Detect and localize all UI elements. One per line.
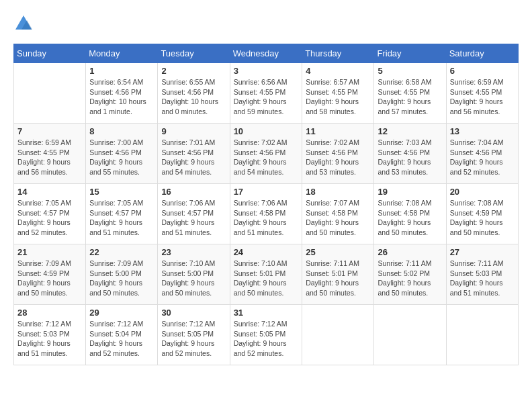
- day-cell: 20Sunrise: 7:08 AMSunset: 4:59 PMDayligh…: [446, 184, 518, 244]
- day-number: 1: [89, 66, 154, 76]
- day-detail: Sunrise: 6:59 AMSunset: 4:55 PMDaylight:…: [17, 138, 82, 177]
- day-cell: 15Sunrise: 7:05 AMSunset: 4:57 PMDayligh…: [86, 184, 158, 244]
- logo-icon: [13, 13, 34, 34]
- day-number: 26: [378, 247, 442, 257]
- day-cell: 11Sunrise: 7:02 AMSunset: 4:56 PMDayligh…: [302, 124, 374, 184]
- header-cell-saturday: Saturday: [446, 44, 518, 63]
- day-number: 15: [89, 187, 154, 197]
- header-cell-friday: Friday: [374, 44, 446, 63]
- day-number: 24: [234, 247, 299, 257]
- day-number: 27: [450, 247, 515, 257]
- day-number: 8: [89, 126, 154, 136]
- day-cell: 6Sunrise: 6:59 AMSunset: 4:55 PMDaylight…: [446, 63, 518, 124]
- week-row-1: 7Sunrise: 6:59 AMSunset: 4:55 PMDaylight…: [14, 124, 519, 184]
- day-detail: Sunrise: 7:01 AMSunset: 4:56 PMDaylight:…: [161, 138, 226, 177]
- day-cell: [446, 305, 518, 365]
- day-detail: Sunrise: 7:11 AMSunset: 5:01 PMDaylight:…: [306, 259, 370, 298]
- day-detail: Sunrise: 6:57 AMSunset: 4:55 PMDaylight:…: [306, 77, 370, 117]
- day-cell: 18Sunrise: 7:07 AMSunset: 4:58 PMDayligh…: [302, 184, 374, 244]
- day-cell: [14, 63, 86, 124]
- day-number: 6: [450, 66, 515, 76]
- day-number: 14: [17, 187, 82, 197]
- day-cell: 23Sunrise: 7:10 AMSunset: 5:00 PMDayligh…: [158, 244, 230, 305]
- day-cell: 4Sunrise: 6:57 AMSunset: 4:55 PMDaylight…: [302, 63, 374, 124]
- day-detail: Sunrise: 7:12 AMSunset: 5:05 PMDaylight:…: [234, 319, 299, 359]
- week-row-3: 21Sunrise: 7:09 AMSunset: 4:59 PMDayligh…: [14, 244, 519, 305]
- day-number: 19: [378, 187, 442, 197]
- day-cell: 24Sunrise: 7:10 AMSunset: 5:01 PMDayligh…: [230, 244, 302, 305]
- day-cell: 19Sunrise: 7:08 AMSunset: 4:58 PMDayligh…: [374, 184, 446, 244]
- day-detail: Sunrise: 6:56 AMSunset: 4:55 PMDaylight:…: [234, 77, 299, 117]
- day-detail: Sunrise: 7:03 AMSunset: 4:56 PMDaylight:…: [378, 138, 442, 177]
- day-number: 4: [306, 66, 370, 76]
- day-detail: Sunrise: 6:54 AMSunset: 4:56 PMDaylight:…: [89, 77, 154, 117]
- day-number: 20: [450, 187, 515, 197]
- day-number: 22: [89, 247, 154, 257]
- day-cell: 1Sunrise: 6:54 AMSunset: 4:56 PMDaylight…: [86, 63, 158, 124]
- day-number: 25: [306, 247, 370, 257]
- day-detail: Sunrise: 7:05 AMSunset: 4:57 PMDaylight:…: [17, 198, 82, 238]
- day-cell: 7Sunrise: 6:59 AMSunset: 4:55 PMDaylight…: [14, 124, 86, 184]
- day-detail: Sunrise: 7:12 AMSunset: 5:03 PMDaylight:…: [17, 319, 82, 359]
- day-cell: 25Sunrise: 7:11 AMSunset: 5:01 PMDayligh…: [302, 244, 374, 305]
- day-number: 7: [17, 126, 82, 136]
- day-number: 10: [234, 126, 299, 136]
- day-detail: Sunrise: 7:12 AMSunset: 5:05 PMDaylight:…: [161, 319, 226, 359]
- day-detail: Sunrise: 7:09 AMSunset: 4:59 PMDaylight:…: [17, 259, 82, 298]
- day-number: 12: [378, 126, 442, 136]
- day-cell: 16Sunrise: 7:06 AMSunset: 4:57 PMDayligh…: [158, 184, 230, 244]
- calendar-header: SundayMondayTuesdayWednesdayThursdayFrid…: [14, 44, 519, 63]
- day-number: 29: [89, 308, 154, 318]
- header-cell-monday: Monday: [86, 44, 158, 63]
- day-detail: Sunrise: 7:02 AMSunset: 4:56 PMDaylight:…: [306, 138, 370, 177]
- day-number: 9: [161, 126, 226, 136]
- day-detail: Sunrise: 7:08 AMSunset: 4:59 PMDaylight:…: [450, 198, 515, 238]
- day-cell: 8Sunrise: 7:00 AMSunset: 4:56 PMDaylight…: [86, 124, 158, 184]
- day-number: 18: [306, 187, 370, 197]
- day-number: 28: [17, 308, 82, 318]
- day-detail: Sunrise: 7:11 AMSunset: 5:02 PMDaylight:…: [378, 259, 442, 298]
- day-detail: Sunrise: 7:10 AMSunset: 5:01 PMDaylight:…: [234, 259, 299, 298]
- header-row: SundayMondayTuesdayWednesdayThursdayFrid…: [14, 44, 519, 63]
- day-cell: 22Sunrise: 7:09 AMSunset: 5:00 PMDayligh…: [86, 244, 158, 305]
- day-number: 2: [161, 66, 226, 76]
- day-detail: Sunrise: 6:58 AMSunset: 4:55 PMDaylight:…: [378, 77, 442, 117]
- day-number: 16: [161, 187, 226, 197]
- page-header: [13, 13, 519, 34]
- day-cell: 14Sunrise: 7:05 AMSunset: 4:57 PMDayligh…: [14, 184, 86, 244]
- day-number: 21: [17, 247, 82, 257]
- logo: [13, 13, 35, 34]
- day-cell: 26Sunrise: 7:11 AMSunset: 5:02 PMDayligh…: [374, 244, 446, 305]
- day-detail: Sunrise: 7:04 AMSunset: 4:56 PMDaylight:…: [450, 138, 515, 177]
- day-cell: 3Sunrise: 6:56 AMSunset: 4:55 PMDaylight…: [230, 63, 302, 124]
- day-cell: 21Sunrise: 7:09 AMSunset: 4:59 PMDayligh…: [14, 244, 86, 305]
- day-number: 11: [306, 126, 370, 136]
- day-detail: Sunrise: 7:00 AMSunset: 4:56 PMDaylight:…: [89, 138, 154, 177]
- day-detail: Sunrise: 7:07 AMSunset: 4:58 PMDaylight:…: [306, 198, 370, 238]
- day-cell: 9Sunrise: 7:01 AMSunset: 4:56 PMDaylight…: [158, 124, 230, 184]
- day-detail: Sunrise: 7:12 AMSunset: 5:04 PMDaylight:…: [89, 319, 154, 359]
- day-detail: Sunrise: 7:10 AMSunset: 5:00 PMDaylight:…: [161, 259, 226, 298]
- day-number: 5: [378, 66, 442, 76]
- week-row-2: 14Sunrise: 7:05 AMSunset: 4:57 PMDayligh…: [14, 184, 519, 244]
- day-detail: Sunrise: 7:09 AMSunset: 5:00 PMDaylight:…: [89, 259, 154, 298]
- day-detail: Sunrise: 6:55 AMSunset: 4:56 PMDaylight:…: [161, 77, 226, 117]
- header-cell-sunday: Sunday: [14, 44, 86, 63]
- day-cell: 17Sunrise: 7:06 AMSunset: 4:58 PMDayligh…: [230, 184, 302, 244]
- week-row-0: 1Sunrise: 6:54 AMSunset: 4:56 PMDaylight…: [14, 63, 519, 124]
- day-cell: [302, 305, 374, 365]
- header-cell-thursday: Thursday: [302, 44, 374, 63]
- day-cell: 2Sunrise: 6:55 AMSunset: 4:56 PMDaylight…: [158, 63, 230, 124]
- day-number: 31: [234, 308, 299, 318]
- day-number: 3: [234, 66, 299, 76]
- day-detail: Sunrise: 7:02 AMSunset: 4:56 PMDaylight:…: [234, 138, 299, 177]
- day-cell: 12Sunrise: 7:03 AMSunset: 4:56 PMDayligh…: [374, 124, 446, 184]
- header-cell-tuesday: Tuesday: [158, 44, 230, 63]
- calendar-body: 1Sunrise: 6:54 AMSunset: 4:56 PMDaylight…: [14, 63, 519, 365]
- day-detail: Sunrise: 6:59 AMSunset: 4:55 PMDaylight:…: [450, 77, 515, 117]
- day-number: 17: [234, 187, 299, 197]
- day-number: 13: [450, 126, 515, 136]
- day-cell: 27Sunrise: 7:11 AMSunset: 5:03 PMDayligh…: [446, 244, 518, 305]
- day-cell: 31Sunrise: 7:12 AMSunset: 5:05 PMDayligh…: [230, 305, 302, 365]
- day-cell: 28Sunrise: 7:12 AMSunset: 5:03 PMDayligh…: [14, 305, 86, 365]
